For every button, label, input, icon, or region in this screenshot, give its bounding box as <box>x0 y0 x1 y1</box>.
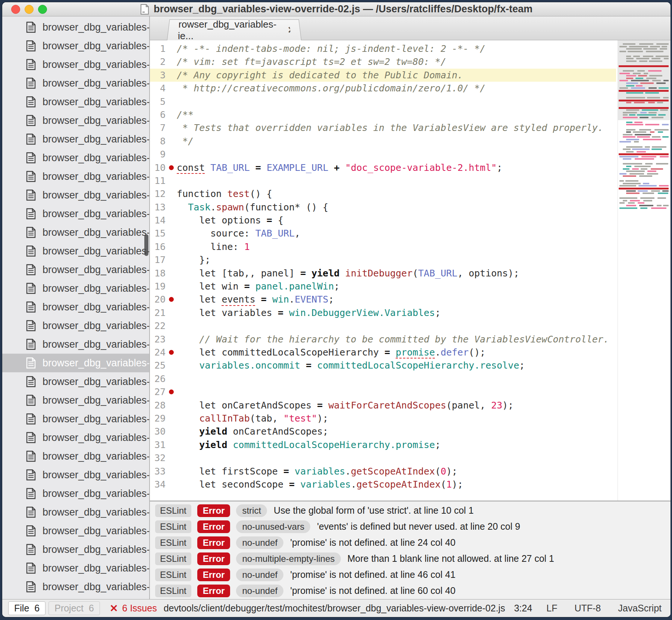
line-number[interactable]: 7 <box>150 121 167 134</box>
code-line[interactable]: 21 let variables = win.DebuggerView.Vari… <box>150 306 616 319</box>
code-line[interactable]: 20 let events = win.EVENTS; <box>150 293 616 306</box>
lint-issue-row[interactable]: ESLintErrorno-undef'promise' is not defi… <box>155 567 671 583</box>
sidebar-file-item[interactable]: browser_dbg_variables-view- <box>2 111 149 130</box>
encoding-indicator[interactable]: UTF-8 <box>574 603 601 614</box>
code-line[interactable]: 2/* vim: set ft=javascript ts=2 et sw=2 … <box>150 55 616 68</box>
code-line[interactable]: 32 <box>150 451 616 464</box>
sidebar-file-item[interactable]: browser_dbg_variables-view- <box>2 37 149 55</box>
line-number[interactable]: 8 <box>150 135 167 148</box>
zoom-window-button[interactable] <box>38 5 47 14</box>
line-number[interactable]: 24 <box>150 346 167 359</box>
sidebar-file-item[interactable]: browser_dbg_variables-view- <box>2 391 149 410</box>
code-line[interactable]: 23 // Wait for the hierarchy to be commi… <box>150 333 616 346</box>
code-line[interactable]: 13 Task.spawn(function* () { <box>150 201 616 214</box>
line-number[interactable]: 30 <box>150 425 167 438</box>
line-number[interactable]: 5 <box>150 95 167 108</box>
issues-indicator[interactable]: ✕ 6 Issues <box>110 602 157 614</box>
line-number[interactable]: 23 <box>150 333 167 346</box>
code-line[interactable]: 25 variables.oncommit = committedLocalSc… <box>150 359 616 372</box>
line-number[interactable]: 14 <box>150 214 167 227</box>
line-number[interactable]: 10 <box>150 161 167 174</box>
code-line[interactable]: 5 <box>150 95 616 108</box>
line-number[interactable]: 17 <box>150 253 167 266</box>
lint-issue-row[interactable]: ESLintErrorno-undef'promise' is not defi… <box>155 535 671 551</box>
line-number[interactable]: 6 <box>150 108 167 121</box>
code-line[interactable]: 29 callInTab(tab, "test"); <box>150 412 616 425</box>
code-line[interactable]: 9 <box>150 148 616 161</box>
line-number[interactable]: 4 <box>150 82 167 95</box>
lint-issue-row[interactable]: ESLintErrorno-undef'promise' is not defi… <box>155 583 671 599</box>
code-line[interactable]: 28 let onCaretAndScopes = waitForCaretAn… <box>150 399 616 412</box>
code-line[interactable]: 4 * http://creativecommons.org/publicdom… <box>150 82 616 95</box>
line-number[interactable]: 27 <box>150 385 167 398</box>
tab-active-file[interactable]: browser_dbg_variables-vie... ✕ <box>173 19 295 40</box>
sidebar-file-item[interactable]: browser_dbg_variables-view- <box>2 428 149 447</box>
sidebar-file-item[interactable]: browser_dbg_variables-view- <box>2 410 149 428</box>
lint-issue-row[interactable]: ESLintErrorno-unused-vars'events' is def… <box>155 519 671 535</box>
line-number[interactable]: 29 <box>150 412 167 425</box>
line-number[interactable]: 2 <box>150 55 167 68</box>
code-line[interactable]: 24 let committedLocalScopeHierarchy = pr… <box>150 346 616 359</box>
line-number[interactable]: 1 <box>150 42 167 55</box>
line-number[interactable]: 11 <box>150 174 167 187</box>
sidebar-file-item[interactable]: browser_dbg_variables-view- <box>2 18 149 37</box>
cursor-position-label[interactable]: 3:24 <box>514 603 532 614</box>
error-dot[interactable] <box>167 161 177 174</box>
code-editor[interactable]: 1/* -*- indent-tabs-mode: nil; js-indent… <box>150 40 671 501</box>
sidebar-file-item[interactable]: browser_dbg_variables-view- <box>2 522 149 540</box>
code-line[interactable]: 11 <box>150 174 616 187</box>
language-indicator[interactable]: JavaScript <box>618 603 662 614</box>
code-line[interactable]: 14 let options = { <box>150 214 616 227</box>
line-number[interactable]: 19 <box>150 280 167 293</box>
sidebar-file-item[interactable]: browser_dbg_variables-view- <box>2 55 149 74</box>
line-number[interactable]: 13 <box>150 201 167 214</box>
sidebar-file-item[interactable]: browser_dbg_variables-view- <box>2 148 149 167</box>
line-number[interactable]: 3 <box>150 69 167 82</box>
line-number[interactable]: 18 <box>150 267 167 280</box>
sidebar-file-item[interactable]: browser_dbg_variables-view- <box>2 74 149 93</box>
line-number[interactable]: 22 <box>150 319 167 332</box>
minimize-window-button[interactable] <box>25 5 34 14</box>
code-line[interactable]: 3/* Any copyright is dedicated to the Pu… <box>150 69 616 82</box>
code-line[interactable]: 22 <box>150 319 616 332</box>
sidebar-file-item[interactable]: browser_dbg_variables-view- <box>2 559 149 577</box>
issues-scope-file-button[interactable]: File 6 <box>8 601 45 615</box>
sidebar-file-item[interactable]: browser_dbg_variables-view- <box>2 260 149 279</box>
tab-close-icon[interactable]: ✕ <box>288 25 295 35</box>
sidebar-file-item[interactable]: browser_dbg_variables-view- <box>2 316 149 335</box>
sidebar-file-item[interactable]: browser_dbg_variables-view- <box>2 204 149 223</box>
sidebar-file-item[interactable]: browser_dbg_variables-view- <box>2 93 149 111</box>
sidebar-file-item[interactable]: browser_dbg_variables-view- <box>2 298 149 316</box>
line-number[interactable]: 9 <box>150 148 167 161</box>
issues-scope-project-button[interactable]: Project 6 <box>48 601 100 615</box>
line-number[interactable]: 33 <box>150 465 167 478</box>
code-line[interactable]: 8 */ <box>150 135 616 148</box>
line-ending-indicator[interactable]: LF <box>546 603 557 614</box>
line-number[interactable]: 34 <box>150 478 167 491</box>
code-line[interactable]: 30 yield onCaretAndScopes; <box>150 425 616 438</box>
lint-issue-row[interactable]: ESLintErrorno-multiple-empty-linesMore t… <box>155 551 671 567</box>
error-dot[interactable] <box>167 385 177 398</box>
code-line[interactable]: 34 let secondScope = variables.getScopeA… <box>150 478 616 491</box>
code-line[interactable]: 27 <box>150 385 616 398</box>
sidebar-file-item[interactable]: browser_dbg_variables-view- <box>2 242 149 260</box>
line-number[interactable]: 25 <box>150 359 167 372</box>
sidebar-file-item[interactable]: browser_dbg_variables-view- <box>2 466 149 484</box>
sidebar-file-item[interactable]: browser_dbg_variables-view- <box>2 223 149 242</box>
lint-issue-row[interactable]: ESLintErrorstrictUse the global form of … <box>155 502 671 519</box>
line-number[interactable]: 31 <box>150 438 167 451</box>
close-window-button[interactable] <box>11 5 20 14</box>
sidebar-file-item[interactable]: browser_dbg_variables-view- <box>2 577 149 596</box>
code-line[interactable]: 17 }; <box>150 253 616 266</box>
code-line[interactable]: 15 source: TAB_URL, <box>150 227 616 240</box>
code-line[interactable]: 26 <box>150 372 616 385</box>
sidebar-file-item[interactable]: browser_dbg_variables-view- <box>2 186 149 204</box>
sidebar-file-item[interactable]: browser_dbg_variables-view- <box>2 335 149 354</box>
line-number[interactable]: 15 <box>150 227 167 240</box>
code-line[interactable]: 6/** <box>150 108 616 121</box>
code-line[interactable]: 12function test() { <box>150 187 616 200</box>
sidebar-file-item[interactable]: browser_dbg_variables-view- <box>2 484 149 503</box>
code-line[interactable]: 7 * Tests that overridden variables in t… <box>150 121 616 134</box>
sidebar-file-item[interactable]: browser_dbg_variables-view- <box>2 540 149 559</box>
line-number[interactable]: 26 <box>150 372 167 385</box>
